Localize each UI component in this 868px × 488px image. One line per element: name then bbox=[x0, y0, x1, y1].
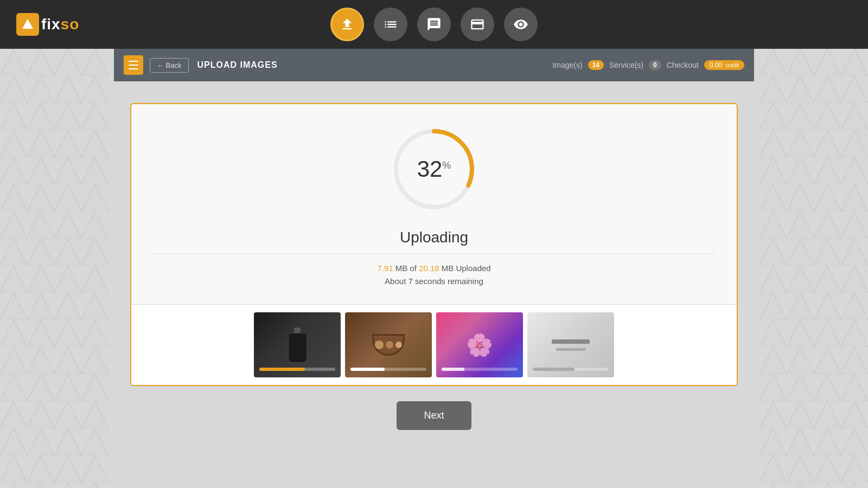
main-content: ← Back UPLOAD IMAGES Image(s) 14 Service… bbox=[114, 49, 754, 430]
progress-percent-value: 32 bbox=[417, 156, 443, 182]
services-label: Service(s) bbox=[609, 61, 643, 69]
svg-rect-2 bbox=[0, 49, 108, 488]
next-btn-wrap: Next bbox=[114, 401, 754, 430]
menu-line-2 bbox=[129, 65, 138, 66]
logo-so: so bbox=[61, 16, 80, 33]
next-button[interactable]: Next bbox=[397, 401, 471, 430]
images-label: Image(s) bbox=[552, 61, 582, 69]
circle-progress: 32% bbox=[385, 120, 483, 218]
menu-button[interactable] bbox=[124, 55, 143, 75]
logo-text: fixso bbox=[41, 16, 79, 33]
uploaded-mb: 7.91 bbox=[377, 264, 393, 273]
mb-of-label: MB of bbox=[395, 264, 419, 273]
nav-upload-button[interactable] bbox=[330, 8, 364, 41]
nav-list-button[interactable] bbox=[374, 8, 407, 41]
back-button[interactable]: ← Back bbox=[150, 58, 189, 73]
upload-size-line: 7.91 MB of 20.18 MB Uploaded bbox=[377, 262, 490, 275]
upload-stats: 7.91 MB of 20.18 MB Uploaded About 7 sec… bbox=[377, 262, 490, 288]
thumb-fill-4 bbox=[533, 368, 575, 371]
logo: fixso bbox=[16, 13, 79, 36]
menu-line-3 bbox=[129, 68, 138, 69]
progress-overlay: 32% Uploading 7.91 MB of 20.18 MB Upload… bbox=[131, 104, 737, 305]
progress-divider bbox=[153, 254, 715, 254]
checkout-unit: credit bbox=[726, 62, 739, 68]
total-mb: 20.18 bbox=[419, 264, 439, 273]
checkout-value: 0.00 bbox=[710, 61, 722, 69]
menu-line-1 bbox=[129, 61, 138, 62]
thumb-fill-1 bbox=[259, 368, 305, 371]
logo-svg bbox=[21, 18, 34, 31]
mb-uploaded-label: MB Uploaded bbox=[442, 264, 491, 273]
upload-icon bbox=[340, 17, 355, 32]
logo-icon bbox=[16, 13, 39, 36]
thumb-fill-2 bbox=[350, 368, 385, 371]
header-right: Image(s) 14 Service(s) 0 Checkout 0.00 c… bbox=[552, 60, 744, 70]
thumbnail-2 bbox=[345, 312, 432, 377]
thumb-progress-2 bbox=[350, 368, 426, 371]
card-icon bbox=[470, 17, 485, 32]
thumbnail-4 bbox=[527, 312, 614, 377]
nav-icons bbox=[330, 8, 538, 41]
svg-marker-6 bbox=[22, 19, 33, 29]
nav-preview-button[interactable] bbox=[504, 8, 538, 41]
progress-text: 32% bbox=[417, 156, 451, 182]
chat-icon bbox=[426, 17, 442, 32]
bg-pattern-right bbox=[760, 49, 868, 488]
thumbnail-3: 🌸 bbox=[436, 312, 523, 377]
nav-chat-button[interactable] bbox=[417, 8, 451, 41]
nav-card-button[interactable] bbox=[461, 8, 494, 41]
uploading-label: Uploading bbox=[400, 229, 468, 246]
thumb-fill-3 bbox=[442, 368, 464, 371]
thumb-progress-4 bbox=[533, 368, 609, 371]
navbar: fixso bbox=[0, 0, 868, 49]
svg-rect-5 bbox=[760, 49, 868, 488]
header-bar: ← Back UPLOAD IMAGES Image(s) 14 Service… bbox=[114, 49, 754, 81]
eye-icon bbox=[513, 17, 528, 32]
checkout-label: Checkout bbox=[667, 61, 699, 69]
images-count-badge: 14 bbox=[588, 60, 604, 70]
percent-symbol: % bbox=[442, 160, 451, 171]
time-remaining: About 7 seconds remaining bbox=[377, 275, 490, 288]
checkout-value-badge: 0.00 credit bbox=[704, 60, 744, 70]
thumbnail-1 bbox=[254, 312, 341, 377]
upload-panel: 32% Uploading 7.91 MB of 20.18 MB Upload… bbox=[130, 103, 738, 386]
bg-pattern-left bbox=[0, 49, 108, 488]
list-icon bbox=[383, 17, 398, 32]
thumb-progress-3 bbox=[442, 368, 518, 371]
thumbnails-row: 🌸 bbox=[131, 305, 737, 385]
services-count-badge: 0 bbox=[649, 60, 661, 70]
thumb-progress-1 bbox=[259, 368, 335, 371]
page-title: UPLOAD IMAGES bbox=[197, 60, 278, 70]
logo-fix: fix bbox=[41, 16, 61, 33]
